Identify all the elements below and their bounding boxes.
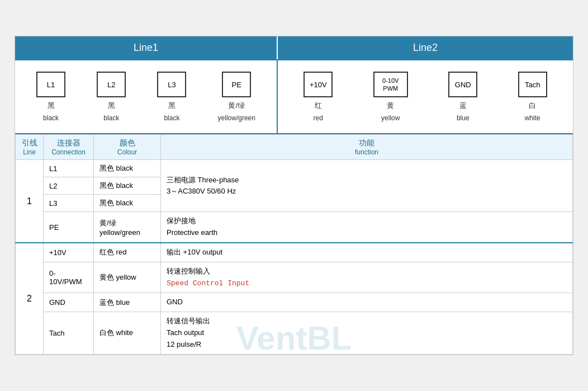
connector-en-L2: black [103,114,119,122]
connector-L3: L3 黑 black [157,72,186,122]
th-function-cn: 功能 [167,138,567,148]
connector-en-10V: red [314,114,323,122]
connector-GND: GND 蓝 blue [448,72,477,122]
connector-en-Tach: white [525,114,540,122]
th-line-cn: 引线 [21,138,37,148]
row1-colour-L2: 黑色 black [94,177,161,195]
th-connection-en: Connection [49,148,88,156]
row2-connection-GND: GND [44,293,94,312]
data-table: 引线 Line 连接器 Connection 颜色 Colour 功能 func… [15,134,573,354]
header-row: Line1 Line2 [15,36,573,60]
th-function-en: function [167,148,567,156]
row1-colour-PE: 黄/绿yellow/green [94,212,161,243]
table-row: 1 L1 黑色 black 三相电源 Three-phase 3～AC380V … [16,160,573,177]
row1-connection-L3: L3 [44,195,94,212]
connector-cn-Tach: 白 [529,101,536,111]
th-colour-cn: 颜色 [99,138,155,148]
diagram-line1: L1 黑 black L2 黑 black L3 黑 black PE 黄/绿 … [15,60,278,133]
group-1-line: 1 [16,160,44,243]
table-row: PE 黄/绿yellow/green 保护接地 Protective earth [16,212,573,243]
th-function: 功能 function [161,135,573,160]
row2-colour-Tach: 白色 white [94,312,161,354]
th-line-en: Line [21,148,37,156]
connector-10V: +10V 红 red [304,72,333,122]
connector-L1: L1 黑 black [36,72,65,122]
connector-en-PE: yellow/green [218,114,255,122]
connector-box-10V: +10V [304,72,333,97]
th-connection-cn: 连接器 [49,138,88,148]
th-connection: 连接器 Connection [44,135,94,160]
row2-function-PWM: 转速控制输入 Speed Control Input [161,262,573,293]
connector-cn-PWM: 黄 [387,101,394,111]
connector-L2: L2 黑 black [97,72,126,122]
connector-box-PE: PE [222,72,251,97]
connector-PE: PE 黄/绿 yellow/green [218,72,255,122]
row2-connection-10V: +10V [44,243,94,262]
row2-function-Tach: 转速信号输出 Tach output 12 pulse/R [161,312,573,354]
connector-en-L3: black [164,114,179,122]
header-line2: Line2 [278,36,573,59]
row2-colour-PWM: 黄色 yellow [94,262,161,293]
connector-cn-PE: 黄/绿 [228,101,245,111]
row1-function-PE: 保护接地 Protective earth [161,212,573,243]
row2-connection-Tach: Tach [44,312,94,354]
connector-cn-L3: 黑 [168,101,176,111]
table-row: Tach 白色 white 转速信号输出 Tach output 12 puls… [16,312,573,354]
diagram-row: L1 黑 black L2 黑 black L3 黑 black PE 黄/绿 … [15,60,573,134]
header-line1: Line1 [15,36,278,59]
connector-box-L3: L3 [157,72,186,97]
group-2-line: 2 [16,243,44,354]
row1-function-L1: 三相电源 Three-phase 3～AC380V 50/60 Hz [161,160,573,212]
row1-connection-PE: PE [44,212,94,243]
table-row: 2 +10V 红色 red 输出 +10V output [16,243,573,262]
row1-connection-L1: L1 [44,160,94,177]
row2-function-GND: GND [161,293,573,312]
row2-colour-GND: 蓝色 blue [94,293,161,312]
connector-box-PWM: 0-10VPWM [373,72,408,97]
th-colour: 颜色 Colour [94,135,161,160]
connector-cn-L2: 黑 [108,101,115,111]
connector-box-L1: L1 [36,72,65,97]
connector-box-L2: L2 [97,72,126,97]
connector-PWM: 0-10VPWM 黄 yellow [373,72,408,122]
row2-colour-10V: 红色 red [94,243,161,262]
row2-function-10V: 输出 +10V output [161,243,573,262]
diagram-line2: +10V 红 red 0-10VPWM 黄 yellow GND 蓝 blue … [278,60,573,133]
table-row: 0-10V/PWM 黄色 yellow 转速控制输入 Speed Control… [16,262,573,293]
connector-en-PWM: yellow [381,114,400,122]
connector-Tach: Tach 白 white [518,72,547,122]
connector-box-GND: GND [448,72,477,97]
connector-en-L1: black [43,114,59,122]
row1-colour-L3: 黑色 black [94,195,161,212]
th-colour-en: Colour [99,148,155,156]
connector-cn-GND: 蓝 [459,101,467,111]
row2-connection-PWM: 0-10V/PWM [44,262,94,293]
th-line: 引线 Line [16,135,44,160]
connector-cn-10V: 红 [315,101,322,111]
row1-colour-L1: 黑色 black [94,160,161,177]
connector-box-Tach: Tach [518,72,547,97]
main-container: Line1 Line2 L1 黑 black L2 黑 black L3 黑 b… [15,36,573,355]
table-row: GND 蓝色 blue GND [16,293,573,312]
row1-connection-L2: L2 [44,177,94,195]
connector-cn-L1: 黑 [48,101,55,111]
connector-en-GND: blue [457,114,470,122]
